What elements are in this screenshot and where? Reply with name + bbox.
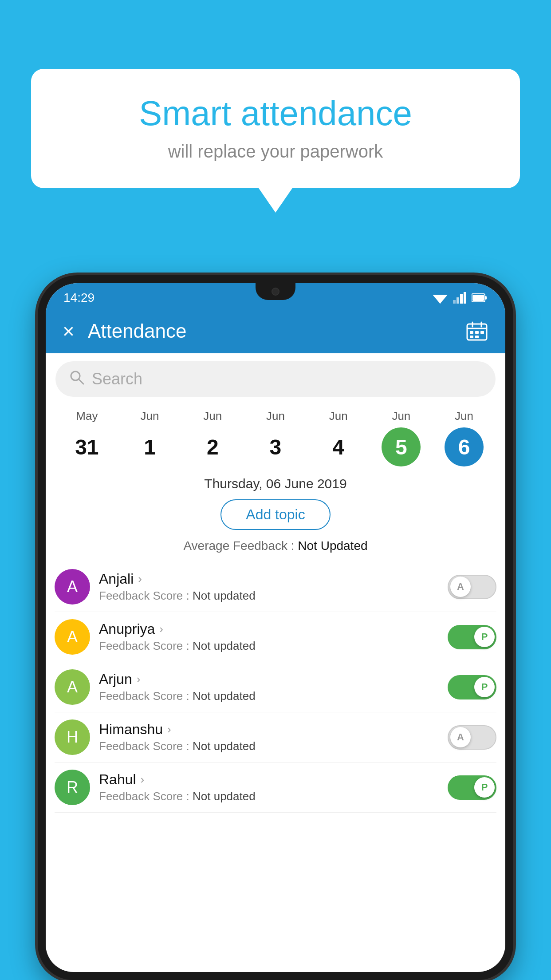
cal-month-label: Jun bbox=[392, 409, 410, 423]
svg-rect-3 bbox=[453, 300, 456, 304]
student-item[interactable]: AAnupriya ›Feedback Score : Not updatedP bbox=[55, 612, 496, 662]
student-info: Anupriya ›Feedback Score : Not updated bbox=[99, 621, 439, 653]
svg-rect-14 bbox=[470, 331, 473, 334]
student-feedback: Feedback Score : Not updated bbox=[99, 790, 439, 803]
status-icons bbox=[433, 292, 488, 304]
toggle-knob: P bbox=[474, 627, 495, 647]
attendance-toggle[interactable]: P bbox=[448, 625, 496, 649]
student-name: Rahul › bbox=[99, 771, 439, 788]
chevron-right-icon: › bbox=[141, 773, 145, 786]
cal-date-number[interactable]: 1 bbox=[130, 427, 169, 466]
student-info: Himanshu ›Feedback Score : Not updated bbox=[99, 721, 439, 753]
student-avatar: A bbox=[55, 619, 90, 655]
phone-notch bbox=[256, 283, 295, 300]
wifi-icon bbox=[433, 292, 448, 304]
attendance-toggle[interactable]: A bbox=[448, 575, 496, 599]
calendar-day[interactable]: Jun5 bbox=[381, 409, 421, 466]
svg-rect-17 bbox=[470, 336, 473, 338]
header-title: Attendance bbox=[88, 320, 452, 342]
cal-month-label: Jun bbox=[141, 409, 159, 423]
student-feedback: Feedback Score : Not updated bbox=[99, 589, 439, 603]
student-avatar: R bbox=[55, 770, 90, 805]
svg-marker-2 bbox=[438, 300, 442, 304]
attendance-toggle[interactable]: A bbox=[448, 725, 496, 750]
student-name: Himanshu › bbox=[99, 721, 439, 738]
calendar-day[interactable]: Jun4 bbox=[319, 409, 358, 466]
cal-date-number[interactable]: 2 bbox=[193, 427, 232, 466]
app-header: × Attendance bbox=[46, 309, 505, 353]
cal-date-number[interactable]: 4 bbox=[319, 427, 358, 466]
student-feedback: Feedback Score : Not updated bbox=[99, 639, 439, 653]
student-name: Anupriya › bbox=[99, 621, 439, 637]
svg-rect-18 bbox=[475, 336, 479, 338]
toggle-switch[interactable]: P bbox=[448, 675, 496, 699]
phone-screen: 14:29 bbox=[46, 283, 505, 972]
toggle-knob: A bbox=[450, 727, 471, 747]
student-info: Rahul ›Feedback Score : Not updated bbox=[99, 771, 439, 803]
close-button[interactable]: × bbox=[63, 321, 75, 341]
svg-rect-16 bbox=[480, 331, 484, 334]
student-info: Arjun ›Feedback Score : Not updated bbox=[99, 671, 439, 703]
svg-rect-9 bbox=[472, 295, 484, 301]
status-time: 14:29 bbox=[63, 291, 94, 305]
battery-icon bbox=[472, 293, 488, 303]
student-item[interactable]: AArjun ›Feedback Score : Not updatedP bbox=[55, 662, 496, 712]
selected-date-label: Thursday, 06 June 2019 bbox=[46, 466, 505, 499]
student-info: Anjali ›Feedback Score : Not updated bbox=[99, 571, 439, 603]
svg-rect-5 bbox=[460, 294, 463, 304]
attendance-toggle[interactable]: P bbox=[448, 775, 496, 800]
svg-rect-4 bbox=[457, 297, 459, 304]
toggle-knob: P bbox=[474, 777, 495, 798]
search-icon bbox=[69, 369, 85, 389]
search-bar[interactable]: Search bbox=[55, 361, 496, 397]
toggle-switch[interactable]: A bbox=[448, 725, 496, 750]
cal-month-label: Jun bbox=[203, 409, 222, 423]
student-avatar: A bbox=[55, 669, 90, 705]
cal-date-number[interactable]: 6 bbox=[445, 427, 484, 466]
toggle-switch[interactable]: P bbox=[448, 625, 496, 649]
student-item[interactable]: AAnjali ›Feedback Score : Not updatedA bbox=[55, 562, 496, 612]
toggle-switch[interactable]: A bbox=[448, 575, 496, 599]
cal-month-label: Jun bbox=[455, 409, 473, 423]
calendar-day[interactable]: Jun1 bbox=[130, 409, 170, 466]
phone-frame: 14:29 bbox=[38, 275, 513, 980]
signal-icon bbox=[453, 292, 466, 304]
cal-month-label: Jun bbox=[266, 409, 285, 423]
student-name: Arjun › bbox=[99, 671, 439, 688]
student-name: Anjali › bbox=[99, 571, 439, 587]
chevron-right-icon: › bbox=[137, 672, 141, 686]
calendar-icon[interactable] bbox=[465, 320, 488, 343]
attendance-toggle[interactable]: P bbox=[448, 675, 496, 699]
cal-date-number[interactable]: 5 bbox=[382, 427, 421, 466]
chevron-right-icon: › bbox=[159, 622, 163, 636]
cal-month-label: May bbox=[76, 409, 98, 423]
calendar-strip: May31Jun1Jun2Jun3Jun4Jun5Jun6 bbox=[46, 405, 505, 466]
svg-rect-6 bbox=[464, 292, 466, 304]
student-avatar: A bbox=[55, 569, 90, 605]
student-feedback: Feedback Score : Not updated bbox=[99, 739, 439, 753]
svg-rect-8 bbox=[485, 296, 487, 300]
avg-feedback: Average Feedback : Not Updated bbox=[46, 539, 505, 553]
toggle-knob: A bbox=[450, 577, 471, 597]
calendar-day[interactable]: Jun6 bbox=[444, 409, 484, 466]
toggle-switch[interactable]: P bbox=[448, 775, 496, 800]
student-avatar: H bbox=[55, 719, 90, 755]
toggle-knob: P bbox=[474, 677, 495, 697]
calendar-day[interactable]: Jun3 bbox=[256, 409, 295, 466]
student-list: AAnjali ›Feedback Score : Not updatedAAA… bbox=[46, 562, 505, 813]
bubble-title: Smart attendance bbox=[58, 93, 493, 134]
search-placeholder: Search bbox=[92, 370, 142, 388]
cal-date-number[interactable]: 31 bbox=[67, 427, 106, 466]
camera-dot bbox=[272, 288, 279, 296]
cal-month-label: Jun bbox=[329, 409, 348, 423]
student-feedback: Feedback Score : Not updated bbox=[99, 689, 439, 703]
student-item[interactable]: HHimanshu ›Feedback Score : Not updatedA bbox=[55, 712, 496, 763]
cal-date-number[interactable]: 3 bbox=[256, 427, 295, 466]
add-topic-button[interactable]: Add topic bbox=[220, 499, 330, 530]
calendar-day[interactable]: Jun2 bbox=[193, 409, 232, 466]
svg-line-20 bbox=[79, 379, 83, 384]
calendar-day[interactable]: May31 bbox=[67, 409, 107, 466]
speech-bubble: Smart attendance will replace your paper… bbox=[31, 69, 520, 188]
chevron-right-icon: › bbox=[167, 723, 171, 736]
student-item[interactable]: RRahul ›Feedback Score : Not updatedP bbox=[55, 763, 496, 813]
